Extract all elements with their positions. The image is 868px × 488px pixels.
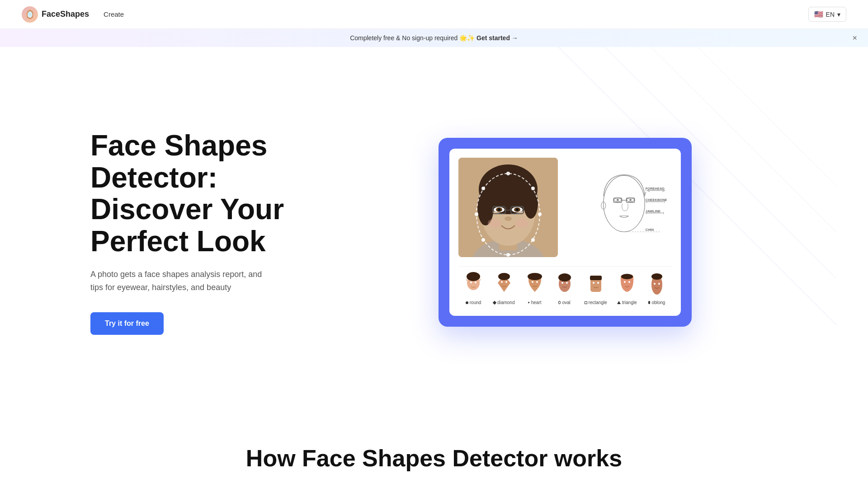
svg-point-26 (475, 212, 478, 216)
face-diagram-svg: FOREHEAD CHEEKBONE JAWLINE (570, 162, 667, 253)
hero-description: A photo gets a face shapes analysis repo… (90, 268, 262, 294)
face-shape-round-icon (463, 272, 483, 297)
svg-point-66 (532, 281, 533, 283)
svg-point-74 (593, 282, 594, 284)
hero-left-content: Face Shapes Detector: Discover Your Perf… (90, 130, 316, 334)
svg-point-32 (604, 175, 645, 232)
demo-card: FOREHEAD CHEEKBONE JAWLINE (439, 138, 692, 327)
svg-point-25 (506, 253, 510, 257)
face-shape-diamond: diamond (493, 272, 514, 305)
svg-point-31 (531, 238, 535, 242)
face-shape-heart-icon (525, 272, 545, 297)
face-shape-heart: ♥ heart (525, 272, 545, 305)
svg-point-24 (506, 172, 510, 175)
svg-point-62 (498, 273, 510, 280)
svg-point-30 (481, 238, 485, 242)
svg-point-58 (467, 272, 480, 281)
face-shape-rectangle: rectangle (585, 272, 607, 305)
svg-point-13 (498, 208, 500, 211)
demo-photo (458, 158, 558, 257)
face-shape-diamond-icon (494, 272, 514, 297)
svg-text:FOREHEAD: FOREHEAD (646, 187, 665, 191)
svg-point-16 (516, 208, 519, 211)
nav-right: 🇺🇸 EN ▾ (808, 7, 846, 22)
hero-title: Face Shapes Detector: Discover Your Perf… (90, 130, 316, 257)
svg-point-22 (515, 219, 528, 228)
lang-code: EN (826, 11, 835, 18)
svg-point-60 (475, 282, 476, 283)
demo-diagram: FOREHEAD CHEEKBONE JAWLINE (565, 158, 672, 257)
svg-point-28 (481, 187, 485, 190)
cta-button[interactable]: Try it for free (90, 312, 164, 335)
flag-icon: 🇺🇸 (814, 10, 823, 19)
svg-point-70 (561, 282, 563, 284)
promo-banner: Completely free & No sign-up required 🌟✨… (0, 29, 868, 47)
how-it-works-section: How Face Shapes Detector works (0, 418, 868, 488)
nav-link-create[interactable]: Create (104, 10, 124, 18)
face-shape-oval: oval (555, 272, 575, 305)
svg-point-80 (651, 273, 662, 280)
demo-card-inner: FOREHEAD CHEEKBONE JAWLINE (449, 149, 681, 316)
chevron-down-icon: ▾ (837, 11, 840, 18)
navbar: 🪞 FaceShapes Create 🇺🇸 EN ▾ (0, 0, 868, 29)
banner-text: Completely free & No sign-up required 🌟✨ (350, 34, 476, 42)
face-shapes-row: round diamo (458, 266, 672, 307)
nav-logo[interactable]: 🪞 FaceShapes (22, 6, 89, 23)
svg-point-63 (501, 281, 503, 283)
svg-point-35 (617, 199, 619, 201)
face-shape-oblong-label: oblong (648, 300, 665, 305)
face-shape-round: round (463, 272, 483, 305)
face-shape-oval-label: oval (558, 300, 570, 305)
svg-point-75 (597, 282, 599, 284)
svg-text:CHIN: CHIN (646, 228, 654, 232)
language-selector[interactable]: 🇺🇸 EN ▾ (808, 7, 846, 22)
nav-links: Create (104, 10, 124, 18)
face-shape-triangle: triangle (617, 272, 637, 305)
svg-point-64 (505, 281, 507, 283)
demo-top: FOREHEAD CHEEKBONE JAWLINE (458, 158, 672, 257)
svg-point-69 (558, 273, 571, 282)
banner-link[interactable]: Get started → (476, 34, 518, 42)
svg-point-59 (470, 282, 472, 283)
svg-point-77 (624, 281, 626, 283)
svg-point-82 (658, 283, 660, 285)
svg-point-36 (629, 199, 632, 201)
svg-rect-73 (590, 276, 602, 280)
face-shape-oblong: oblong (647, 272, 667, 305)
svg-point-21 (488, 219, 501, 228)
svg-text:JAWLINE: JAWLINE (646, 209, 660, 213)
hero-section: Face Shapes Detector: Discover Your Perf… (0, 47, 868, 418)
svg-point-20 (505, 216, 512, 221)
svg-point-27 (538, 212, 542, 216)
hero-right-content: FOREHEAD CHEEKBONE JAWLINE (353, 138, 778, 327)
svg-point-78 (628, 281, 630, 283)
svg-text:CHEEKBONE: CHEEKBONE (646, 198, 667, 202)
face-shape-rectangle-label: rectangle (585, 300, 607, 305)
logo-icon: 🪞 (22, 6, 38, 23)
svg-point-71 (566, 282, 568, 284)
face-shape-round-label: round (466, 300, 481, 305)
banner-close-button[interactable]: × (852, 34, 857, 42)
svg-point-29 (531, 187, 535, 190)
face-shape-oblong-icon (647, 272, 667, 297)
face-shape-diamond-label: diamond (493, 300, 514, 305)
how-it-works-title: How Face Shapes Detector works (22, 445, 846, 472)
face-shape-heart-label: ♥ heart (528, 300, 542, 305)
face-shape-triangle-icon (617, 272, 637, 297)
svg-point-67 (536, 281, 538, 283)
face-shape-triangle-label: triangle (617, 300, 637, 305)
svg-point-65 (528, 273, 542, 280)
svg-point-81 (654, 283, 656, 285)
logo-text: FaceShapes (42, 9, 89, 19)
face-photo-svg (458, 158, 558, 257)
svg-point-76 (621, 274, 633, 279)
face-shape-rectangle-icon (586, 272, 606, 297)
svg-point-10 (524, 187, 538, 219)
face-shape-oval-icon (555, 272, 575, 297)
